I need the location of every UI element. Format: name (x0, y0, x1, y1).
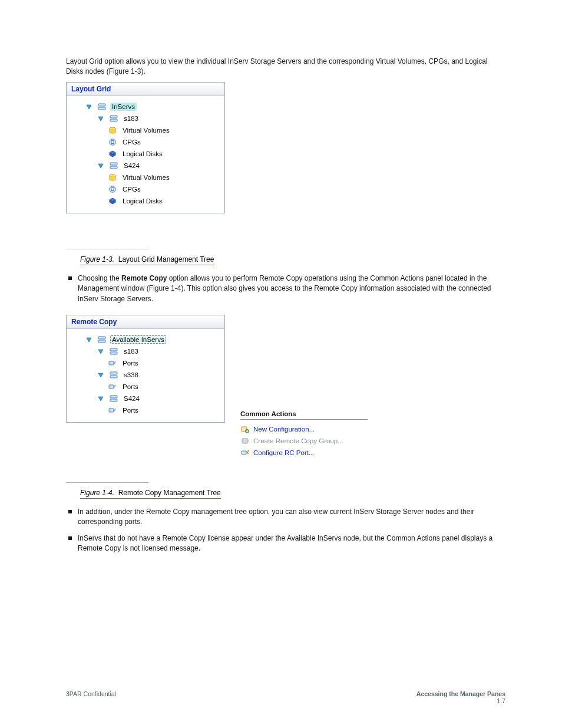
tree-label-available-inservs: Available InServs (110, 335, 166, 344)
svg-marker-0 (87, 105, 91, 109)
figure-caption-1: Figure 1-3. Layout Grid Management Tree (66, 249, 505, 265)
svg-marker-28 (98, 397, 103, 401)
tree-node-server[interactable]: S424 (72, 160, 221, 172)
figure-text: Layout Grid Management Tree (118, 255, 214, 263)
expand-down-icon[interactable] (84, 335, 94, 344)
new-config-icon (240, 424, 250, 434)
tree-node-cpgs[interactable]: CPGs (72, 183, 221, 195)
tree-node-server[interactable]: s183 (72, 345, 221, 357)
port-icon (108, 382, 117, 391)
common-actions-title: Common Actions (240, 410, 368, 420)
disk-icon (108, 196, 117, 206)
tree-label-server: s338 (122, 371, 140, 379)
tree-label-inservs: InServs (110, 103, 137, 111)
square-bullet-icon (68, 536, 72, 540)
tree-node-logical-disks[interactable]: Logical Disks (72, 148, 221, 160)
tree-node-server[interactable]: S424 (72, 393, 221, 404)
footer-section-title: Accessing the Manager Panes (416, 690, 505, 697)
tree-node-available-inservs[interactable]: Available InServs (72, 334, 221, 345)
figure-caption-2: Figure 1-4. Remote Copy Management Tree (66, 482, 505, 499)
expand-down-icon[interactable] (84, 102, 94, 111)
svg-rect-25 (110, 375, 117, 378)
svg-point-32 (115, 409, 116, 410)
action-configure-rc-port[interactable]: Configure RC Port... (240, 447, 368, 459)
expand-down-icon[interactable] (96, 370, 105, 380)
tree-node-virtual-volumes[interactable]: Virtual Volumes (72, 124, 221, 136)
remote-copy-panel: Remote Copy Available InServs s183 Ports (66, 315, 225, 423)
svg-rect-14 (111, 187, 114, 190)
expand-down-icon[interactable] (96, 394, 105, 403)
svg-rect-20 (110, 352, 117, 354)
svg-rect-5 (110, 119, 117, 121)
bullet-license-info: InServs that do not have a Remote Copy l… (68, 533, 505, 554)
svg-rect-11 (110, 166, 117, 169)
svg-rect-26 (109, 385, 114, 388)
volume-icon (108, 173, 117, 182)
footer-left: 3PAR Confidential (66, 690, 116, 704)
common-actions-panel: Common Actions New Configuration... Crea… (240, 410, 368, 459)
port-config-icon (240, 448, 250, 457)
panel-title-remote-copy: Remote Copy (67, 315, 224, 329)
port-icon (108, 406, 117, 415)
svg-rect-4 (110, 116, 117, 118)
svg-rect-17 (98, 340, 105, 342)
tree-label-server: s183 (122, 114, 140, 123)
tree-label: CPGs (121, 138, 143, 146)
action-new-configuration[interactable]: New Configuration... (240, 423, 368, 435)
action-label: Create Remote Copy Group... (253, 437, 343, 444)
bullet-text: In addition, under the Remote Copy manag… (78, 507, 505, 528)
svg-point-27 (115, 385, 116, 386)
tree-label: Logical Disks (121, 150, 164, 158)
text-fragment: Choosing the (78, 274, 121, 282)
tree-label-server: S424 (122, 394, 141, 403)
svg-rect-8 (111, 140, 114, 143)
server-icon (97, 335, 107, 344)
tree-node-ports[interactable]: Ports (72, 357, 221, 369)
server-icon (109, 370, 118, 380)
action-create-remote-copy-group: Create Remote Copy Group... (240, 435, 368, 447)
svg-rect-24 (110, 372, 117, 374)
tree-node-cpgs[interactable]: CPGs (72, 136, 221, 148)
tree-node-ports[interactable]: Ports (72, 404, 221, 416)
layout-grid-panel: Layout Grid InServs s183 Virtual Volumes… (66, 82, 225, 213)
tree-label: Ports (121, 359, 140, 367)
svg-rect-35 (242, 439, 248, 443)
figure-number: Figure 1-3. (80, 255, 114, 263)
tree-label: CPGs (121, 185, 143, 193)
tree-node-logical-disks[interactable]: Logical Disks (72, 195, 221, 207)
port-icon (108, 358, 117, 368)
tree-label: Ports (121, 406, 140, 414)
svg-marker-18 (98, 350, 103, 354)
figure-text: Remote Copy Management Tree (118, 489, 221, 497)
cpg-icon (108, 185, 117, 194)
svg-rect-30 (110, 399, 117, 401)
svg-rect-19 (110, 348, 117, 351)
tree-node-virtual-volumes[interactable]: Virtual Volumes (72, 172, 221, 183)
tree-label: Virtual Volumes (121, 126, 171, 134)
bullet-text: InServs that do not have a Remote Copy l… (78, 533, 505, 554)
svg-rect-16 (98, 337, 105, 339)
disk-icon (108, 149, 117, 159)
expand-down-icon[interactable] (96, 114, 105, 123)
svg-marker-3 (98, 117, 103, 121)
svg-rect-29 (110, 396, 117, 398)
server-icon (97, 102, 107, 111)
tree-node-server[interactable]: s183 (72, 113, 221, 124)
tree-label: Ports (121, 383, 140, 391)
tree-node-server[interactable]: s338 (72, 369, 221, 381)
server-icon (109, 161, 118, 170)
tree-node-ports[interactable]: Ports (72, 381, 221, 393)
svg-rect-36 (242, 451, 246, 454)
svg-rect-21 (109, 361, 114, 365)
bullet-remote-copy-intro: Choosing the Remote Copy option allows y… (68, 274, 505, 304)
square-bullet-icon (68, 276, 72, 280)
tree-node-inservs[interactable]: InServs (72, 101, 221, 113)
page-footer: 3PAR Confidential Accessing the Manager … (66, 690, 505, 704)
volume-icon (108, 126, 117, 135)
expand-down-icon[interactable] (96, 347, 105, 356)
svg-marker-9 (98, 164, 103, 168)
square-bullet-icon (68, 510, 72, 513)
footer-page-number: 1.7 (416, 697, 505, 704)
figure-number: Figure 1-4. (80, 489, 114, 497)
expand-down-icon[interactable] (96, 161, 105, 170)
